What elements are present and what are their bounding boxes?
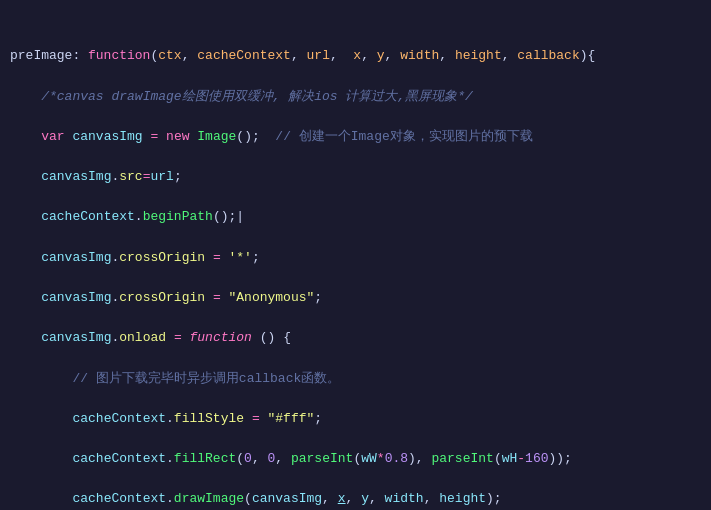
- line-10: cacheContext.fillStyle = "#fff";: [10, 409, 701, 429]
- line-8: canvasImg.onload = function () {: [10, 328, 701, 348]
- line-3: var canvasImg = new Image(); // 创建一个Imag…: [10, 127, 701, 147]
- line-4: canvasImg.src=url;: [10, 167, 701, 187]
- line-7: canvasImg.crossOrigin = "Anonymous";: [10, 288, 701, 308]
- line-6: canvasImg.crossOrigin = '*';: [10, 248, 701, 268]
- line-12: cacheContext.drawImage(canvasImg, x, y, …: [10, 489, 701, 509]
- line-2: /*canvas drawImage绘图使用双缓冲, 解决ios 计算过大,黑屏…: [10, 87, 701, 107]
- line-11: cacheContext.fillRect(0, 0, parseInt(wW*…: [10, 449, 701, 469]
- line-9: // 图片下载完毕时异步调用callback函数。: [10, 369, 701, 389]
- line-5: cacheContext.beginPath();|: [10, 207, 701, 227]
- line-1: preImage: function(ctx, cacheContext, ur…: [10, 46, 701, 66]
- code-editor: preImage: function(ctx, cacheContext, ur…: [0, 0, 711, 510]
